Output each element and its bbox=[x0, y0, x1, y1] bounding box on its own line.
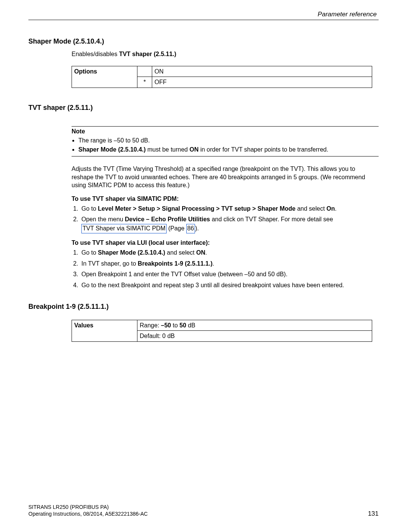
list-item: Go to the next Breakpoint and repeat ste… bbox=[80, 281, 379, 290]
list-item: The range is –50 to 50 dB. bbox=[78, 136, 379, 145]
body-paragraph: Adjusts the TVT (Time Varying Threshold)… bbox=[72, 165, 379, 189]
list-item: Open the menu Device – Echo Profile Util… bbox=[80, 215, 379, 233]
text-bold: On bbox=[326, 205, 335, 212]
lui-heading: To use TVT shaper via LUI (local user in… bbox=[72, 239, 379, 246]
text: Go to bbox=[81, 205, 98, 212]
text: and select bbox=[296, 205, 327, 212]
list-item: In TVT shaper, go to Breakpoints 1-9 (2.… bbox=[80, 260, 379, 268]
note-bullets: The range is –50 to 50 dB. Shaper Mode (… bbox=[72, 136, 379, 154]
text-bold: ON bbox=[196, 249, 205, 256]
text: dB bbox=[186, 322, 195, 329]
text: and select bbox=[165, 249, 196, 256]
option-mark bbox=[137, 66, 152, 77]
text: and click on TVT Shaper. For more detail… bbox=[210, 216, 333, 222]
table-row: Options ON bbox=[72, 66, 372, 77]
link-tvt-shaper-pdm[interactable]: TVT Shaper via SIMATIC PDM bbox=[81, 224, 167, 233]
text-bold: Shaper Mode (2.5.10.4.) bbox=[78, 146, 146, 153]
list-item: Open Breakpoint 1 and enter the TVT Offs… bbox=[80, 270, 379, 279]
list-item: Go to Level Meter > Setup > Signal Proce… bbox=[80, 205, 379, 213]
text-bold: –50 bbox=[161, 322, 171, 329]
text: ). bbox=[195, 225, 199, 232]
text: must be turned bbox=[146, 146, 190, 153]
page-number: 131 bbox=[368, 510, 379, 518]
text: in order for TVT shaper points to be tra… bbox=[198, 146, 328, 153]
text: Go to bbox=[81, 249, 98, 256]
pdm-steps: Go to Level Meter > Setup > Signal Proce… bbox=[72, 205, 379, 233]
values-range: Range: –50 to 50 dB bbox=[137, 320, 372, 331]
header-section-title: Parameter reference bbox=[28, 11, 379, 20]
text: . bbox=[212, 260, 214, 267]
text: In TVT shaper, go to bbox=[81, 260, 138, 267]
text-bold: ON bbox=[189, 146, 198, 153]
text-bold: Level Meter > Setup > Signal Processing … bbox=[98, 205, 296, 212]
values-default: Default: 0 dB bbox=[137, 331, 372, 342]
text-bold: TVT shaper (2.5.11.) bbox=[119, 51, 176, 57]
divider bbox=[72, 156, 379, 156]
page-footer: SITRANS LR250 (PROFIBUS PA) Operating In… bbox=[28, 504, 379, 518]
options-table: Options ON * OFF bbox=[72, 66, 372, 88]
pdm-heading: To use TVT shaper via SIMATIC PDM: bbox=[72, 196, 379, 202]
option-value: ON bbox=[152, 66, 372, 77]
heading-tvt-shaper: TVT shaper (2.5.11.) bbox=[28, 104, 379, 112]
text: Range: bbox=[140, 322, 161, 329]
text: . bbox=[205, 249, 207, 256]
footer-docinfo: Operating Instructions, 08/2014, A5E3222… bbox=[28, 511, 148, 517]
text-bold: 50 bbox=[179, 322, 186, 329]
heading-shaper-mode: Shaper Mode (2.5.10.4.) bbox=[28, 38, 379, 45]
text: Open the menu bbox=[81, 216, 125, 222]
link-page-ref[interactable]: 86 bbox=[186, 224, 195, 233]
page: Parameter reference Shaper Mode (2.5.10.… bbox=[0, 0, 407, 532]
text: . bbox=[335, 205, 337, 212]
lui-steps: Go to Shaper Mode (2.5.10.4.) and select… bbox=[72, 249, 379, 290]
list-item: Go to Shaper Mode (2.5.10.4.) and select… bbox=[80, 249, 379, 257]
shaper-mode-description: Enables/disables TVT shaper (2.5.11.) bbox=[72, 50, 379, 58]
note-block: Note The range is –50 to 50 dB. Shaper M… bbox=[72, 126, 379, 156]
values-table: Values Range: –50 to 50 dB Default: 0 dB bbox=[72, 320, 372, 342]
text: to bbox=[171, 322, 179, 329]
text: (Page bbox=[167, 225, 186, 232]
option-value: OFF bbox=[152, 77, 372, 88]
options-label: Options bbox=[72, 66, 137, 88]
divider bbox=[72, 126, 379, 127]
text-bold: Device – Echo Profile Utilities bbox=[125, 216, 210, 222]
table-row: Values Range: –50 to 50 dB bbox=[72, 320, 372, 331]
footer-product: SITRANS LR250 (PROFIBUS PA) bbox=[28, 504, 379, 510]
option-mark: * bbox=[137, 77, 152, 88]
text-bold: Breakpoints 1-9 (2.5.11.1.) bbox=[138, 260, 212, 267]
heading-breakpoint: Breakpoint 1-9 (2.5.11.1.) bbox=[28, 303, 379, 311]
text: Enables/disables bbox=[72, 51, 119, 57]
list-item: Shaper Mode (2.5.10.4.) must be turned O… bbox=[78, 146, 379, 154]
note-label: Note bbox=[72, 128, 379, 135]
values-label: Values bbox=[72, 320, 137, 341]
text-bold: Shaper Mode (2.5.10.4.) bbox=[98, 249, 165, 256]
